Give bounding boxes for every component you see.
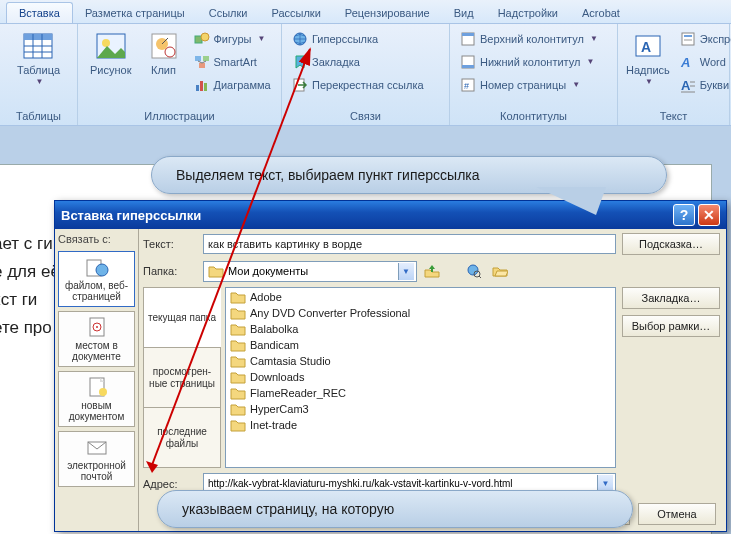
linkto-email[interactable]: электронной почтой [58,431,135,487]
header-button[interactable]: Верхний колонтитул▼ [458,28,600,49]
email-icon [85,436,109,458]
chevron-down-icon: ▼ [572,80,580,89]
chevron-down-icon: ▼ [590,34,598,43]
folder-icon [208,263,224,279]
wordart-icon: A [680,54,696,70]
svg-rect-13 [195,56,201,61]
svg-rect-26 [462,65,474,68]
folder-icon [230,306,246,320]
svg-rect-15 [199,63,205,68]
hyperlink-button[interactable]: Гиперссылка [290,28,426,49]
hint-button[interactable]: Подсказка… [622,233,720,255]
svg-rect-14 [203,56,209,61]
crossref-icon [292,77,308,93]
ribbon-body: Таблица ▼ Таблицы Рисунок Клип Фигуры▼ [0,24,731,126]
shapes-icon [194,31,210,47]
linkto-new-doc[interactable]: новым документом [58,371,135,427]
tab-acrobat[interactable]: Acrobat [570,3,632,23]
list-item[interactable]: Balabolka [227,321,614,337]
list-item[interactable]: Camtasia Studio [227,353,614,369]
tab-review[interactable]: Рецензирование [333,3,442,23]
folder-icon [230,354,246,368]
browse-file-button[interactable] [489,260,511,282]
group-headerfooter: Верхний колонтитул▼ Нижний колонтитул▼ #… [450,24,618,125]
list-item[interactable]: FlameReader_REC [227,385,614,401]
callout-note-2: указываем страницу, на которую [157,490,633,528]
svg-text:A: A [641,39,651,55]
pagenumber-label: Номер страницы [480,79,566,91]
bookmark-button[interactable]: Закладка [290,51,426,72]
browse-web-button[interactable] [463,260,485,282]
close-button[interactable]: ✕ [698,204,720,226]
footer-button[interactable]: Нижний колонтитул▼ [458,51,600,72]
smartart-button[interactable]: SmartArt [192,51,273,72]
chart-button[interactable]: Диаграмма [192,74,273,95]
dropcap-button[interactable]: A Букви [678,74,731,95]
chevron-down-icon: ▼ [398,263,414,280]
chart-icon [194,77,210,93]
list-item[interactable]: Downloads [227,369,614,385]
group-tables-label: Таблицы [4,108,73,123]
pagenumber-button[interactable]: # Номер страницы▼ [458,74,600,95]
list-item[interactable]: HyperCam3 [227,401,614,417]
table-button[interactable]: Таблица ▼ [9,26,68,98]
svg-rect-20 [204,83,207,91]
globe-search-icon [466,263,482,279]
quickparts-icon [680,31,696,47]
clip-icon [148,30,180,62]
clip-button[interactable]: Клип [140,26,188,98]
help-button[interactable]: ? [673,204,695,226]
linkto-place-in-doc[interactable]: местом в документе [58,311,135,367]
tab-browsed-pages[interactable]: просмотрен-ные страницы [143,347,221,408]
svg-point-41 [96,264,108,276]
address-text: http://kak-vybrat-klaviaturu-myshki.ru/k… [208,478,597,489]
globe-icon [292,31,308,47]
header-icon [460,31,476,47]
hyperlink-label: Гиперссылка [312,33,378,45]
target-frame-button[interactable]: Выбор рамки… [622,315,720,337]
new-doc-icon [85,376,109,398]
tab-recent-files[interactable]: последние файлы [143,407,221,468]
shapes-button[interactable]: Фигуры▼ [192,28,273,49]
tab-insert[interactable]: Вставка [6,2,73,23]
crossref-button[interactable]: Перекрестная ссылка [290,74,426,95]
tab-references[interactable]: Ссылки [197,3,260,23]
list-item[interactable]: Inet-trade [227,417,614,433]
picture-button[interactable]: Рисунок [82,26,140,98]
text-input[interactable] [203,234,616,254]
chevron-down-icon: ▼ [257,34,265,43]
tab-mailings[interactable]: Рассылки [259,3,332,23]
shapes-label: Фигуры [214,33,252,45]
express-label: Экспре [700,33,731,45]
list-item[interactable]: Any DVD Converter Professional [227,305,614,321]
file-list[interactable]: Adobe Any DVD Converter Professional Bal… [225,287,616,468]
group-tables: Таблица ▼ Таблицы [0,24,78,125]
textbox-button[interactable]: A Надпись ▼ [622,26,674,98]
clip-label: Клип [151,64,176,77]
tab-current-folder[interactable]: текущая папка [143,287,221,348]
cancel-button[interactable]: Отмена [638,503,716,525]
bookmark-button-dlg[interactable]: Закладка… [622,287,720,309]
svg-point-7 [102,39,110,47]
list-item[interactable]: Bandicam [227,337,614,353]
list-item[interactable]: Adobe [227,289,614,305]
tab-page-layout[interactable]: Разметка страницы [73,3,197,23]
express-button[interactable]: Экспре [678,28,731,49]
tab-addins[interactable]: Надстройки [486,3,570,23]
up-folder-button[interactable] [421,260,443,282]
document-text: ает с ги е для её кст ги ете про [0,230,60,342]
tab-view[interactable]: Вид [442,3,486,23]
footer-label: Нижний колонтитул [480,56,580,68]
dialog-titlebar[interactable]: Вставка гиперссылки ? ✕ [55,201,726,229]
wordart-button[interactable]: A Word [678,51,731,72]
folder-combo[interactable]: Мои документы ▼ [203,261,417,282]
linkto-file-web[interactable]: файлом, веб-страницей [58,251,135,307]
group-headerfooter-label: Колонтитулы [454,108,613,123]
folder-icon [230,338,246,352]
svg-rect-1 [24,34,52,40]
folder-icon [230,402,246,416]
address-field-label: Адрес: [143,478,199,490]
svg-point-48 [468,265,478,275]
table-label: Таблица [17,64,60,77]
chevron-down-icon: ▼ [645,77,653,86]
